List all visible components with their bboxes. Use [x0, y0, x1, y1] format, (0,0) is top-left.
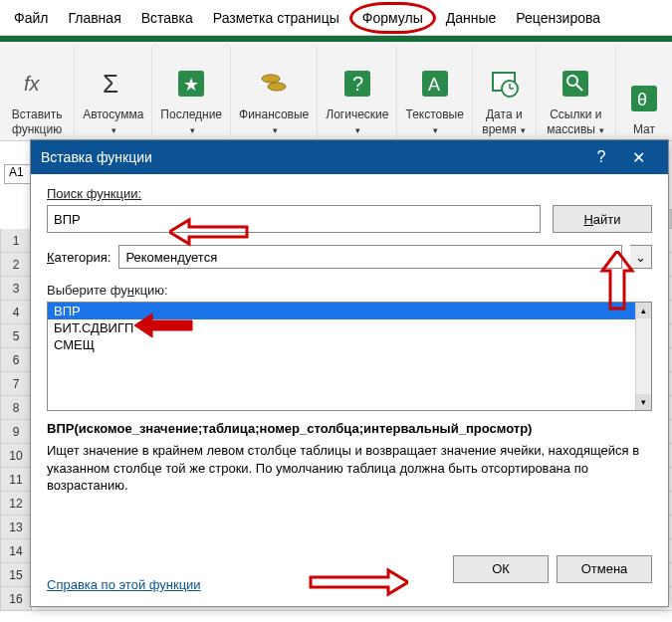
svg-text:fx: fx: [24, 73, 41, 95]
search-label: Поиск функции:: [47, 186, 652, 201]
svg-text:?: ?: [352, 73, 363, 95]
function-list[interactable]: ВПРБИТ.СДВИГПСМЕЩ ▴ ▾: [47, 302, 652, 411]
row-header[interactable]: 4: [0, 301, 32, 324]
row-header[interactable]: 16: [0, 587, 32, 611]
sigma-icon: Σ: [94, 64, 133, 104]
function-description: Ищет значение в крайнем левом столбце та…: [47, 442, 652, 495]
svg-point-5: [268, 83, 286, 91]
row-header[interactable]: 8: [0, 396, 32, 420]
scroll-up-button[interactable]: ▴: [636, 303, 651, 318]
ribbon: fx Вставить функцию Σ Автосумма▾ ★ После…: [0, 42, 672, 141]
row-header[interactable]: 6: [0, 348, 32, 372]
fx-icon: fx: [17, 64, 57, 104]
menu-review[interactable]: Рецензирова: [506, 2, 610, 34]
question-icon: ?: [337, 64, 377, 104]
row-header[interactable]: 3: [0, 277, 32, 301]
dialog-titlebar[interactable]: Вставка функции ? ✕: [31, 140, 668, 174]
svg-point-4: [262, 75, 280, 83]
function-list-item[interactable]: БИТ.СДВИГП: [48, 319, 651, 336]
menu-home[interactable]: Главная: [58, 2, 130, 34]
category-dropdown-button[interactable]: ⌄: [630, 245, 652, 269]
category-select[interactable]: Рекомендуется: [118, 245, 622, 269]
autosum-button[interactable]: Σ Автосумма▾: [75, 46, 152, 136]
scroll-down-button[interactable]: ▾: [636, 394, 651, 410]
coins-icon: [254, 64, 294, 104]
row-header[interactable]: 12: [0, 492, 32, 516]
financial-button[interactable]: Финансовые▾: [231, 46, 318, 136]
lookup-icon: [556, 64, 595, 104]
menu-bar: Файл Главная Вставка Разметка страницы Ф…: [0, 0, 672, 36]
row-header[interactable]: 14: [0, 539, 32, 563]
menu-pagelayout[interactable]: Разметка страницы: [203, 2, 349, 34]
chevron-down-icon: ▾: [355, 125, 360, 135]
menu-data[interactable]: Данные: [436, 2, 507, 34]
menu-formulas[interactable]: Формулы: [349, 2, 436, 34]
menu-file[interactable]: Файл: [4, 2, 58, 34]
row-header[interactable]: 13: [0, 516, 32, 539]
svg-text:A: A: [428, 75, 440, 95]
math-button[interactable]: θ Мат: [616, 46, 672, 136]
chevron-down-icon: ▾: [519, 125, 527, 135]
chevron-down-icon: ▾: [190, 125, 195, 135]
chevron-down-icon: ⌄: [635, 250, 646, 265]
text-button[interactable]: A Текстовые▾: [397, 46, 472, 136]
svg-text:θ: θ: [637, 90, 647, 109]
function-list-item[interactable]: ВПР: [48, 303, 651, 319]
row-header[interactable]: 2: [0, 253, 32, 277]
row-header[interactable]: 15: [0, 563, 32, 587]
star-icon: ★: [171, 64, 211, 104]
category-label: Категория:: [47, 250, 111, 265]
function-signature: ВПР(искомое_значение;таблица;номер_столб…: [47, 421, 652, 436]
find-button[interactable]: Найти: [553, 205, 652, 233]
row-header[interactable]: 5: [0, 324, 32, 348]
insert-function-button[interactable]: fx Вставить функцию: [0, 46, 75, 136]
close-button[interactable]: ✕: [618, 148, 658, 167]
chevron-down-icon: ▾: [597, 125, 605, 135]
row-header[interactable]: 1: [0, 229, 32, 253]
row-header[interactable]: 10: [0, 444, 32, 468]
menu-insert[interactable]: Вставка: [131, 2, 203, 34]
text-a-icon: A: [415, 64, 455, 104]
help-link[interactable]: Справка по этой функции: [47, 577, 201, 592]
row-header[interactable]: 9: [0, 420, 32, 444]
svg-text:★: ★: [183, 75, 199, 95]
logical-button[interactable]: ? Логические▾: [318, 46, 397, 136]
help-button[interactable]: ?: [584, 148, 618, 166]
insert-function-dialog: Вставка функции ? ✕ Поиск функции: Найти…: [30, 139, 669, 607]
ok-button[interactable]: ОК: [453, 555, 549, 583]
scrollbar[interactable]: ▴ ▾: [635, 303, 651, 410]
dialog-title: Вставка функции: [41, 149, 584, 165]
row-header[interactable]: 11: [0, 468, 32, 492]
lookup-button[interactable]: Ссылки и массивы ▾: [537, 46, 616, 136]
cancel-button[interactable]: Отмена: [557, 555, 652, 583]
chevron-down-icon: ▾: [433, 125, 438, 135]
chevron-down-icon: ▾: [273, 125, 278, 135]
select-function-label: Выберите функцию:: [47, 283, 652, 298]
datetime-button[interactable]: Дата и время ▾: [473, 46, 537, 136]
row-header[interactable]: 7: [0, 372, 32, 396]
theta-icon: θ: [624, 79, 664, 118]
svg-text:Σ: Σ: [103, 69, 118, 99]
chevron-down-icon: ▾: [112, 125, 116, 135]
function-list-item[interactable]: СМЕЩ: [48, 336, 651, 353]
search-input[interactable]: [47, 205, 541, 233]
clock-icon: [484, 64, 524, 104]
recent-button[interactable]: ★ Последние▾: [152, 46, 231, 136]
